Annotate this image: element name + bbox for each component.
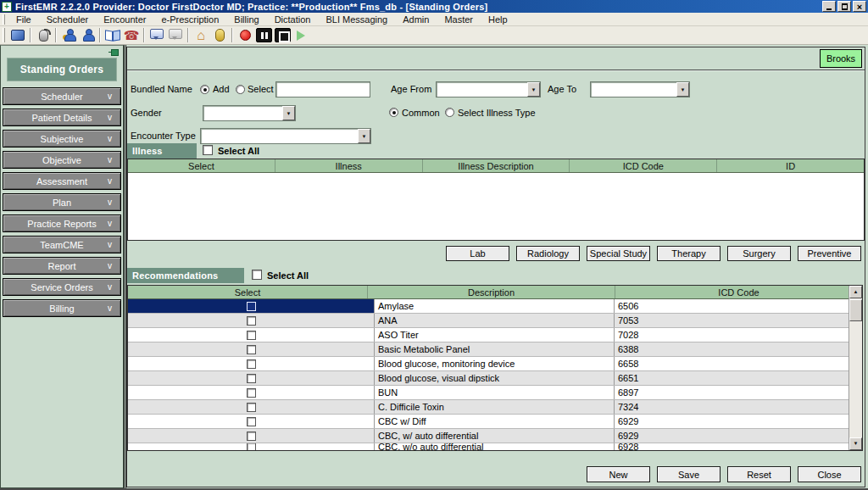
column-header[interactable]: Illness Description [423,159,570,172]
stop-icon[interactable] [273,27,292,43]
sidebar-item-scheduler[interactable]: Scheduler v [3,87,121,105]
encounter-type-dropdown-arrow[interactable]: ▼ [358,129,370,143]
sidebar-item-billing[interactable]: Billing v [3,299,121,317]
sidebar-item-practice-reports[interactable]: Practice Reports v [3,214,121,232]
table-row[interactable]: CBC w/ Diff 6929 [128,415,862,429]
pause-icon[interactable] [254,27,273,43]
row-checkbox[interactable] [247,417,256,426]
separator[interactable] [231,28,233,42]
special-study-button[interactable]: Special Study [587,246,650,261]
age-from-dropdown-arrow[interactable]: ▼ [527,82,540,97]
sidebar-item-plan[interactable]: Plan v [3,193,121,211]
menu-master[interactable]: Master [437,14,481,25]
sidebar-item-teamcme[interactable]: TeamCME v [3,236,121,253]
therapy-button[interactable]: Therapy [657,246,721,261]
column-header[interactable]: ICD Code [570,159,717,172]
radiology-button[interactable]: Radiology [516,246,580,261]
save-button[interactable]: Save [657,466,721,482]
column-header[interactable]: ID [717,159,864,172]
age-to-select[interactable]: ▼ [590,81,690,97]
row-checkbox[interactable] [247,331,256,340]
row-select-cell[interactable] [128,400,375,414]
phone-icon[interactable] [122,27,141,43]
row-checkbox[interactable] [247,443,256,450]
message-disabled-icon[interactable] [166,27,185,43]
encounter-type-select[interactable]: ▼ [200,128,371,144]
row-checkbox[interactable] [247,316,256,326]
age-to-dropdown-arrow[interactable]: ▼ [676,82,689,97]
monitor-icon[interactable] [8,27,27,43]
sidebar-item-service-orders[interactable]: Service Orders v [3,278,121,296]
column-header[interactable]: Select [128,286,368,298]
row-select-cell[interactable] [128,314,375,327]
common-radio[interactable] [389,108,398,117]
table-row[interactable]: Blood glucose, visual dipstick 6651 [128,371,862,386]
table-row[interactable]: Blood glucose, monitoring device 6658 [128,357,862,371]
row-checkbox[interactable] [247,374,256,383]
message-icon[interactable] [147,27,166,43]
sidebar-item-objective[interactable]: Objective v [3,151,121,169]
patient-icon[interactable] [78,27,97,43]
menu-file[interactable]: File [8,14,39,25]
table-row[interactable]: Basic Metabolic Panel 6388 [128,342,862,357]
reset-button[interactable]: Reset [727,466,791,482]
scroll-down-arrow-icon[interactable]: ▼ [849,437,862,450]
column-header[interactable]: Description [368,286,615,298]
home-icon[interactable] [192,27,210,43]
preventive-button[interactable]: Preventive [798,246,861,261]
row-select-cell[interactable] [128,415,375,428]
row-checkbox[interactable] [247,302,256,311]
sidebar-item-patient-details[interactable]: Patient Details v [3,109,121,126]
mouse-icon[interactable] [34,27,53,43]
table-row[interactable]: CBC, w/ auto differential 6929 [128,429,862,443]
record-icon[interactable] [236,27,254,43]
row-select-cell[interactable] [128,443,375,450]
gender-dropdown-arrow[interactable]: ▼ [282,106,295,120]
play-icon[interactable] [292,27,310,43]
menu-billing[interactable]: Billing [226,14,266,25]
age-from-select[interactable]: ▼ [436,81,541,97]
restore-button[interactable] [837,1,851,12]
new-button[interactable]: New [587,466,650,482]
column-header[interactable]: ICD Code [615,286,862,298]
row-select-cell[interactable] [128,342,375,356]
vertical-scrollbar[interactable]: ▲ ▼ [849,286,862,450]
bundled-name-input[interactable] [275,81,370,97]
sidebar-item-assessment[interactable]: Assessment v [3,172,121,190]
sidebar-item-subjective[interactable]: Subjective v [3,130,121,148]
illness-select-all-checkbox[interactable] [203,145,213,155]
scrollbar-thumb[interactable] [849,299,862,321]
row-select-cell[interactable] [128,299,375,313]
menu-scheduler[interactable]: Scheduler [39,14,97,25]
menu-bli-messaging[interactable]: BLI Messaging [318,14,395,25]
row-select-cell[interactable] [128,429,375,443]
chart-book-icon[interactable] [103,27,122,43]
row-select-cell[interactable] [128,386,375,399]
close-button[interactable]: Close [798,466,861,482]
sidebar-item-report[interactable]: Report v [3,257,121,275]
row-select-cell[interactable] [128,328,375,342]
add-radio[interactable] [200,85,209,94]
menu-e-prescription[interactable]: e-Prescription [153,14,226,25]
scroll-up-arrow-icon[interactable]: ▲ [849,286,862,298]
menu-admin[interactable]: Admin [395,14,437,25]
column-header[interactable]: Illness [275,159,423,172]
separator[interactable] [55,28,57,42]
lab-button[interactable]: Lab [446,246,509,261]
column-header[interactable]: Select [128,159,275,172]
table-row[interactable]: BUN 6897 [128,386,862,400]
separator[interactable] [187,28,189,42]
table-row[interactable]: C. Difficile Toxin 7324 [128,400,862,415]
minimize-button[interactable] [822,1,836,12]
row-checkbox[interactable] [247,388,256,398]
table-row[interactable]: Amylase 6506 [128,299,862,314]
alert-icon[interactable] [210,27,229,43]
provider-brooks-button[interactable]: Brooks [820,49,862,68]
menu-encounter[interactable]: Encounter [96,14,153,25]
menu-help[interactable]: Help [481,14,515,25]
table-row[interactable]: ANA 7053 [128,314,862,328]
table-row[interactable]: CBC, w/o auto differential 6928 [128,443,862,450]
separator[interactable] [99,28,101,42]
row-checkbox[interactable] [247,359,256,369]
pin-icon[interactable] [108,48,119,55]
